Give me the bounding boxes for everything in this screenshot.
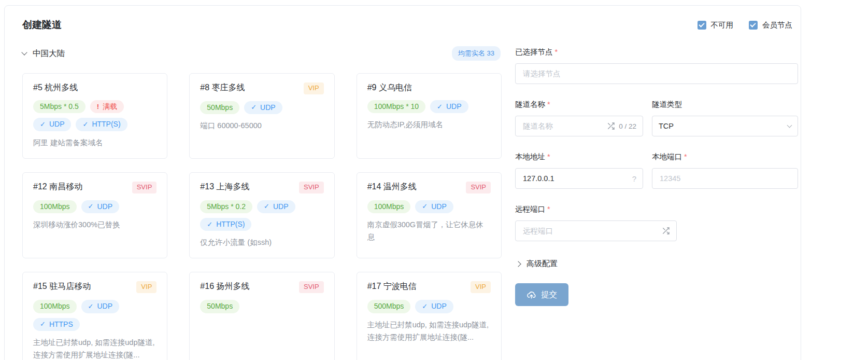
region-title: 中国大陆 [33, 48, 65, 59]
submit-button[interactable]: 提交 [515, 283, 568, 306]
advanced-config-toggle[interactable]: 高级配置 [515, 259, 798, 269]
node-card-grid: #5 杭州多线 5Mbps * 0.5 !满载 ✓UDP ✓HTTP(S) 阿里… [22, 73, 502, 360]
udp-tag: ✓UDP [430, 100, 468, 113]
tunnel-name-label: 隧道名称 [515, 100, 643, 109]
node-title: #16 扬州多线 [200, 281, 249, 292]
selected-node-field[interactable] [515, 63, 798, 84]
node-description: 主地址已封禁udp, 如需连接udp隧道, 连接方需使用扩展地址连接(隧... [33, 337, 156, 360]
tunnel-type-label: 隧道类型 [652, 100, 798, 109]
http-tag: ✓HTTP(S) [76, 118, 127, 131]
tunnel-form: 已选择节点 隧道名称 0 / 22 [515, 46, 798, 360]
node-list-panel: 中国大陆 均需实名 33 #5 杭州多线 5Mbps * 0.5 !满载 ✓UD… [22, 46, 502, 360]
local-address-label: 本地地址 [515, 152, 643, 162]
check-icon: ✓ [264, 203, 269, 210]
tunnel-type-select[interactable]: TCP [652, 116, 798, 136]
checkbox-checked-icon[interactable] [698, 21, 706, 30]
udp-tag: ✓UDP [244, 101, 282, 114]
shuffle-icon[interactable] [607, 122, 615, 130]
node-card-15[interactable]: #15 驻马店移动 VIP 100Mbps ✓UDP ✓HTTPS 主地址已封禁… [22, 272, 167, 360]
node-description: 无防动态IP,必须用域名 [367, 119, 491, 131]
filter-checkboxes: 不可用 会员节点 [698, 20, 793, 30]
node-title: #13 上海多线 [200, 182, 249, 192]
exclamation-icon: ! [97, 103, 99, 110]
tunnel-type-value: TCP [659, 122, 674, 130]
tunnel-name-group: 隧道名称 0 / 22 [515, 100, 643, 136]
node-card-12[interactable]: #12 南昌移动 SVIP 100Mbps ✓UDP 深圳移动涨价300%已替换 [22, 172, 167, 259]
panel-header: 创建隧道 不可用 会员节点 [22, 18, 792, 32]
bandwidth-tag: 50Mbps [200, 300, 239, 313]
svip-badge: SVIP [132, 182, 157, 193]
checkbox-unavailable-label: 不可用 [711, 20, 734, 30]
bandwidth-tag: 5Mbps * 0.5 [33, 100, 86, 113]
chevron-right-icon [515, 261, 521, 267]
node-description: 南京虚假300G冒烟了，让它休息休息 [367, 219, 491, 244]
bandwidth-tag: 500Mbps [367, 300, 411, 313]
remote-port-input[interactable] [522, 226, 662, 236]
checkbox-member-nodes[interactable]: 会员节点 [749, 20, 792, 30]
remote-port-field[interactable] [515, 220, 677, 241]
local-address-field[interactable]: ? [515, 168, 643, 189]
https-tag: ✓HTTPS [33, 318, 80, 331]
node-card-16[interactable]: #16 扬州多线 SVIP 50Mbps [189, 272, 334, 360]
node-card-13[interactable]: #13 上海多线 SVIP 5Mbps * 0.2 ✓UDP ✓HTTP(S) … [189, 172, 334, 259]
check-icon: ✓ [40, 321, 46, 328]
selected-node-group: 已选择节点 [515, 47, 798, 84]
selected-node-input[interactable] [522, 69, 791, 78]
shuffle-icon[interactable] [662, 227, 670, 235]
remote-port-label: 远程端口 [515, 204, 798, 214]
node-title: #14 温州多线 [367, 182, 417, 192]
node-description: 端口 60000-65000 [200, 120, 323, 132]
node-card-9[interactable]: #9 义乌电信 100Mbps * 10 ✓UDP 无防动态IP,必须用域名 [357, 73, 502, 159]
submit-label: 提交 [541, 289, 557, 300]
vip-badge: VIP [471, 281, 491, 293]
svip-badge: SVIP [299, 281, 324, 293]
local-port-field[interactable] [652, 168, 798, 189]
checkbox-unavailable[interactable]: 不可用 [698, 20, 734, 30]
node-card-5[interactable]: #5 杭州多线 5Mbps * 0.5 !满载 ✓UDP ✓HTTP(S) 阿里… [22, 73, 167, 159]
chevron-down-icon [787, 123, 792, 128]
udp-tag: ✓UDP [415, 300, 453, 313]
checkbox-member-nodes-label: 会员节点 [762, 20, 792, 30]
bandwidth-tag: 50Mbps [200, 101, 239, 114]
node-card-8[interactable]: #8 枣庄多线 VIP 50Mbps ✓UDP 端口 60000-65000 [189, 73, 334, 159]
node-title: #9 义乌电信 [367, 82, 412, 93]
http-tag: ✓HTTP(S) [200, 218, 251, 231]
tunnel-type-group: 隧道类型 TCP [652, 100, 798, 136]
page-title: 创建隧道 [22, 18, 62, 32]
local-port-label: 本地端口 [652, 152, 798, 162]
region-toggle[interactable]: 中国大陆 [22, 48, 65, 59]
bandwidth-tag: 100Mbps [367, 200, 411, 213]
check-icon: ✓ [88, 303, 94, 310]
tunnel-name-input[interactable] [522, 121, 607, 131]
node-title: #12 南昌移动 [33, 182, 82, 192]
local-address-group: 本地地址 ? [515, 152, 643, 189]
node-card-17[interactable]: #17 宁波电信 VIP 500Mbps ✓UDP 主地址已封禁udp, 如需连… [357, 272, 502, 360]
create-tunnel-panel: 创建隧道 不可用 会员节点 中国大陆 均需实名 33 [4, 5, 801, 360]
cloud-upload-icon [527, 290, 536, 300]
full-load-tag: !满载 [90, 100, 124, 113]
node-card-14[interactable]: #14 温州多线 SVIP 100Mbps ✓UDP 南京虚假300G冒烟了，让… [357, 172, 502, 259]
check-icon: ✓ [82, 121, 88, 128]
help-icon: ? [632, 174, 636, 183]
checkbox-checked-icon[interactable] [749, 21, 758, 30]
check-icon: ✓ [88, 203, 94, 210]
node-title: #5 杭州多线 [33, 82, 78, 93]
local-port-input[interactable] [659, 174, 791, 183]
bandwidth-tag: 5Mbps * 0.2 [200, 200, 252, 213]
node-description: 主地址已封禁udp, 如需连接udp隧道, 连接方需使用扩展地址连接(隧... [367, 319, 491, 344]
selected-node-label: 已选择节点 [515, 47, 798, 57]
realname-badge: 均需实名 33 [452, 46, 501, 61]
node-title: #15 驻马店移动 [33, 281, 91, 292]
udp-tag: ✓UDP [81, 200, 119, 213]
advanced-config-label: 高级配置 [527, 259, 558, 269]
tunnel-name-field[interactable]: 0 / 22 [515, 116, 643, 136]
remote-port-group: 远程端口 [515, 204, 798, 241]
node-title: #17 宁波电信 [367, 281, 417, 292]
udp-tag: ✓UDP [33, 118, 71, 131]
udp-tag: ✓UDP [415, 200, 453, 213]
svip-badge: SVIP [466, 182, 491, 193]
local-address-input[interactable] [522, 174, 632, 183]
check-icon: ✓ [207, 221, 212, 228]
chevron-down-icon [21, 49, 27, 55]
bandwidth-tag: 100Mbps * 10 [367, 100, 425, 113]
